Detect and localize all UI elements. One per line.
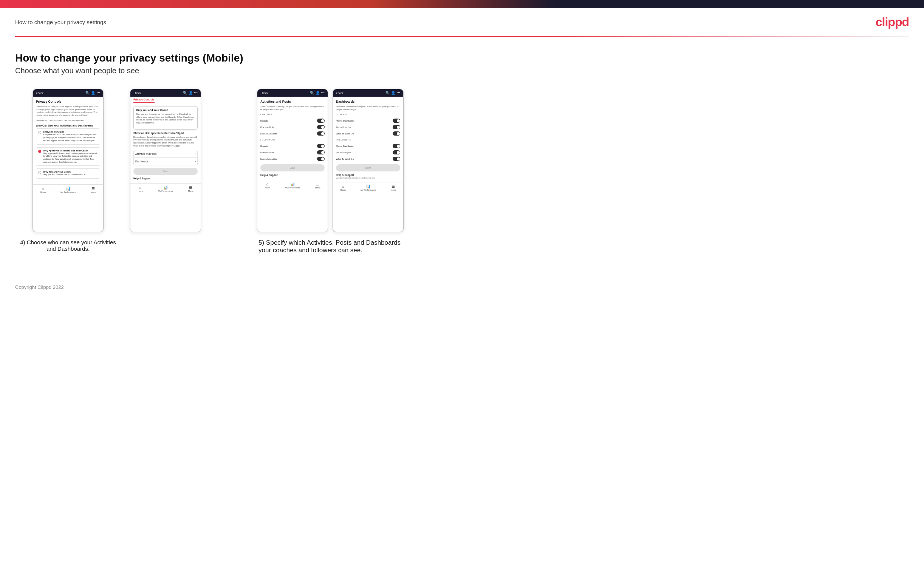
back-button-1[interactable]: ‹ Back: [36, 92, 44, 94]
home-icon-2: ⌂: [139, 185, 142, 190]
mobile-frame-1: ‹ Back 🔍 👤 ••• Privacy Controls Control …: [32, 89, 103, 232]
radio-everyone[interactable]: [38, 131, 41, 134]
radio-option-coach[interactable]: Only You and Your Coach Only you and the…: [36, 168, 100, 179]
player-dash-coaches-toggle[interactable]: [393, 119, 400, 123]
radio-everyone-label: Everyone on Clippd: [43, 131, 98, 133]
header-title: How to change your privacy settings: [15, 19, 106, 25]
search-icon-2[interactable]: 🔍: [183, 91, 187, 95]
nav-menu-4[interactable]: ☰ Menu: [391, 184, 396, 191]
nav-performance-1[interactable]: 📊 My Performance: [60, 187, 76, 193]
frame-nav-3: ⌂ Home 📊 My Performance ☰ Menu: [257, 180, 328, 191]
search-icon-1[interactable]: 🔍: [86, 91, 90, 95]
toggle-rounds-coaches: Rounds: [260, 118, 325, 124]
frame-topbar-1: ‹ Back 🔍 👤 •••: [33, 89, 103, 97]
menu-icon-4[interactable]: •••: [397, 91, 400, 95]
drills-followers-toggle[interactable]: [317, 150, 325, 155]
back-button-2[interactable]: ‹ Back: [133, 92, 141, 94]
back-button-3[interactable]: ‹ Back: [260, 92, 268, 94]
coaches-label-3: COACHES: [260, 113, 325, 116]
followers-section-4: Player Dashboard Round Insights What To …: [336, 143, 400, 162]
profile-icon-3[interactable]: 👤: [315, 91, 320, 95]
help-support-4[interactable]: Help & Support: [336, 174, 400, 176]
profile-icon-2[interactable]: 👤: [189, 91, 193, 95]
menu-icon-1[interactable]: •••: [97, 91, 100, 95]
toggle-drills-followers: Practice Drills: [260, 149, 325, 156]
menu-nav-icon-3: ☰: [316, 182, 319, 186]
toggle-what-to-work-followers: What To Work On: [336, 156, 400, 162]
toggle-manual-followers: Manual Activities: [260, 156, 325, 162]
menu-icon-2[interactable]: •••: [194, 91, 198, 95]
round-insights-coaches-label: Round Insights: [336, 126, 351, 128]
frame-nav-2: ⌂ Home 📊 My Performance ☰ Menu: [130, 183, 201, 194]
performance-icon-1: 📊: [66, 187, 70, 191]
radio-approved[interactable]: [38, 150, 41, 153]
followers-section-3: Rounds Practice Drills Manual Activities: [260, 143, 325, 162]
popup-text: Only you and the coaches you connect wit…: [136, 113, 195, 125]
round-insights-followers-toggle[interactable]: [393, 150, 400, 155]
caption-right: 5) Specify which Activities, Posts and D…: [258, 239, 402, 254]
nav-menu-3[interactable]: ☰ Menu: [315, 182, 320, 189]
screenshot-group-34: ‹ Back 🔍 👤 ••• Activities and Posts Sele…: [257, 89, 404, 254]
round-insights-followers-label: Round Insights: [336, 152, 351, 154]
search-icon-3[interactable]: 🔍: [310, 91, 314, 95]
menu-icon-3[interactable]: •••: [321, 91, 325, 95]
profile-icon-1[interactable]: 👤: [91, 91, 95, 95]
drills-followers-label: Practice Drills: [260, 152, 275, 154]
activities-posts-link[interactable]: Activities and Posts ›: [134, 150, 197, 158]
tab-privacy-controls[interactable]: Privacy Controls: [133, 97, 155, 103]
what-to-work-coaches-toggle[interactable]: [393, 131, 400, 135]
back-button-4[interactable]: ‹ Back: [336, 92, 344, 94]
topbar-icons-2: 🔍 👤 •••: [183, 91, 198, 95]
specific-features-body: Regardless of the privacy controls that …: [133, 136, 198, 148]
nav-menu-label-1: Menu: [91, 191, 96, 193]
links-container: Activities and Posts › Dashboards ›: [133, 150, 198, 165]
mobile-frame-3: ‹ Back 🔍 👤 ••• Activities and Posts Sele…: [257, 89, 328, 232]
privacy-controls-body: Control how you and your data appears to…: [36, 105, 100, 117]
radio-option-approved[interactable]: Only Approved Followers and Your Coach O…: [36, 147, 100, 166]
header: How to change your privacy settings clip…: [0, 8, 924, 36]
help-support-2[interactable]: Help & Support: [133, 177, 198, 180]
radio-everyone-text: Everyone on Clippd can search for you an…: [43, 133, 98, 142]
coaches-label-4: COACHES: [336, 113, 400, 116]
frame-content-1: Privacy Controls Control how you and you…: [33, 97, 103, 184]
nav-menu-2[interactable]: ☰ Menu: [188, 185, 194, 192]
nav-performance-3[interactable]: 📊 My Performance: [285, 182, 300, 189]
profile-icon-4[interactable]: 👤: [391, 91, 395, 95]
radio-option-everyone[interactable]: Everyone on Clippd Everyone on Clippd ca…: [36, 128, 100, 144]
nav-home-3[interactable]: ⌂ Home: [265, 182, 271, 189]
nav-home-2[interactable]: ⌂ Home: [138, 185, 144, 192]
screenshot-group-2: ‹ Back 🔍 👤 ••• Privacy Controls Only You…: [130, 89, 201, 232]
followers-label-3: FOLLOWERS: [260, 139, 325, 141]
radio-coach[interactable]: [38, 171, 41, 174]
footer: Copyright Clippd 2022: [0, 277, 924, 298]
nav-home-1[interactable]: ⌂ Home: [40, 187, 46, 193]
chevron-right-icon-2: ›: [195, 160, 196, 163]
save-button-3[interactable]: Save: [260, 164, 325, 171]
coaches-section-4: Player Dashboard Round Insights What To …: [336, 118, 400, 137]
nav-performance-2[interactable]: 📊 My Performance: [158, 185, 173, 192]
round-insights-coaches-toggle[interactable]: [393, 125, 400, 129]
frame-topbar-4: ‹ Back 🔍 👤 •••: [333, 89, 403, 97]
rounds-coaches-toggle[interactable]: [317, 119, 325, 123]
search-icon-4[interactable]: 🔍: [386, 91, 389, 95]
dashboards-link[interactable]: Dashboards ›: [134, 158, 197, 165]
popup-card-2: Only You and Your Coach Only you and the…: [133, 106, 198, 129]
nav-performance-4[interactable]: 📊 My Performance: [360, 184, 376, 191]
manual-followers-toggle[interactable]: [317, 157, 325, 161]
topbar-icons-1: 🔍 👤 •••: [86, 91, 100, 95]
what-to-work-followers-toggle[interactable]: [393, 157, 400, 161]
rounds-followers-label: Rounds: [260, 145, 268, 147]
drills-coaches-toggle[interactable]: [317, 125, 325, 129]
menu-nav-icon-4: ☰: [391, 184, 395, 189]
nav-home-4[interactable]: ⌂ Home: [341, 184, 346, 191]
nav-menu-1[interactable]: ☰ Menu: [91, 187, 96, 193]
save-button-4[interactable]: Save: [336, 164, 400, 171]
manual-followers-label: Manual Activities: [260, 158, 277, 160]
help-support-3[interactable]: Help & Support: [260, 174, 325, 176]
player-dash-followers-toggle[interactable]: [393, 144, 400, 148]
menu-nav-icon-1: ☰: [92, 187, 95, 191]
manual-coaches-toggle[interactable]: [317, 131, 325, 135]
screenshot-pair-34: ‹ Back 🔍 👤 ••• Activities and Posts Sele…: [257, 89, 404, 232]
rounds-followers-toggle[interactable]: [317, 144, 325, 148]
save-button-2[interactable]: Save: [133, 168, 198, 175]
